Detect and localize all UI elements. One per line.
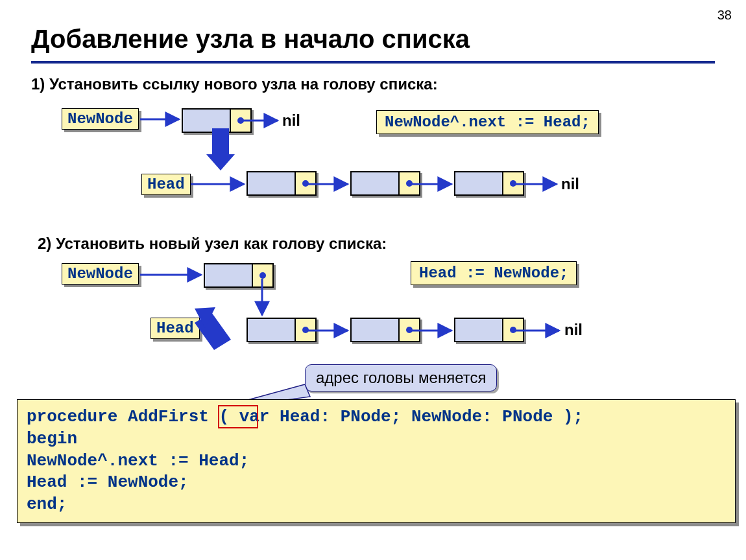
code-step2: Head := NewNode; — [411, 261, 577, 285]
node-new-2 — [204, 263, 274, 288]
label-head-1: Head — [141, 174, 191, 195]
node-h1-1 — [247, 171, 317, 196]
label-head-2: Head — [150, 318, 200, 339]
node-h1-3 — [454, 171, 524, 196]
label-newnode-2: NewNode — [62, 263, 139, 285]
step2-heading: 2) Установить новый узел как голову спис… — [38, 235, 387, 253]
node-h1-2 — [350, 171, 420, 196]
proc-line2: begin — [27, 428, 726, 450]
code-step1: NewNode^.next := Head; — [376, 110, 599, 134]
proc-line3: NewNode^.next := Head; — [27, 450, 726, 472]
nil-1b: nil — [561, 175, 579, 193]
node-h2-1 — [247, 318, 317, 342]
proc-line4: Head := NewNode; — [27, 472, 726, 494]
callout-head-changes: адрес головы меняется — [305, 364, 497, 391]
page-title: Добавление узла в начало списка — [31, 25, 470, 54]
var-highlight — [218, 405, 258, 428]
proc-line5: end; — [27, 494, 726, 516]
procedure-code: procedure AddFirst ( var Head: PNode; Ne… — [17, 399, 736, 523]
label-newnode-1: NewNode — [62, 108, 139, 130]
node-h2-3 — [454, 318, 524, 342]
step1-heading: 1) Установить ссылку нового узла на голо… — [31, 75, 438, 93]
page-number: 38 — [717, 8, 732, 23]
proc-line1: procedure AddFirst ( var Head: PNode; Ne… — [27, 406, 726, 428]
node-new-1 — [182, 108, 252, 133]
node-h2-2 — [350, 318, 420, 342]
svg-marker-3 — [206, 154, 235, 170]
nil-1a: nil — [282, 111, 300, 130]
nil-2: nil — [564, 321, 583, 339]
title-rule — [31, 61, 715, 64]
svg-marker-10 — [195, 312, 231, 350]
